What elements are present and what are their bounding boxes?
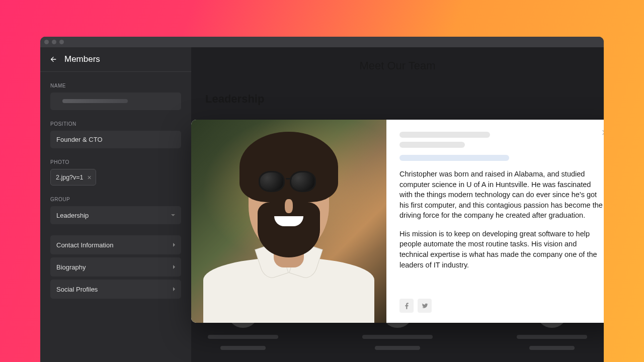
photo-label: PHOTO (50, 159, 181, 165)
name-field-group: NAME (50, 83, 181, 110)
position-field-group: POSITION (50, 121, 181, 148)
sidebar-title: Members (64, 54, 100, 64)
accordion-contact-information[interactable]: Contact Information (50, 235, 181, 254)
name-label: NAME (50, 83, 181, 88)
accordion-label: Biography (56, 263, 86, 271)
editor-sidebar: Members NAME POSITION PHOTO 2.jpg?v=1 (40, 47, 191, 362)
name-blurred-value (62, 99, 128, 103)
twitter-icon[interactable] (418, 299, 432, 313)
chevron-right-icon (173, 265, 175, 269)
close-icon[interactable]: × (599, 127, 604, 139)
facebook-icon[interactable] (399, 299, 414, 313)
member-photo (191, 120, 386, 323)
caret-down-icon (171, 214, 175, 216)
member-name-blurred (399, 132, 490, 138)
group-value: Leadership (56, 212, 89, 219)
photo-chip[interactable]: 2.jpg?v=1 × (50, 169, 96, 186)
chevron-right-icon (173, 243, 175, 247)
member-email-blurred (399, 155, 509, 161)
back-arrow-icon[interactable] (49, 55, 57, 63)
member-detail-modal: × Christopher was born and raised in Ala… (191, 120, 604, 323)
modal-body: × Christopher was born and raised in Ala… (386, 120, 604, 323)
window-dot (52, 40, 56, 44)
accordion-social-profiles[interactable]: Social Profiles (50, 280, 181, 299)
photo-field-group: PHOTO 2.jpg?v=1 × (50, 159, 181, 186)
group-label: GROUP (50, 197, 181, 202)
group-select[interactable]: Leadership (50, 206, 181, 224)
remove-photo-icon[interactable]: × (88, 174, 92, 181)
portrait-illustration (191, 120, 386, 323)
window-dot (59, 40, 64, 44)
accordion-label: Social Profiles (56, 286, 98, 293)
workspace: Members NAME POSITION PHOTO 2.jpg?v=1 (40, 47, 604, 362)
sidebar-header: Members (40, 47, 191, 72)
window-dot (44, 40, 49, 44)
accordion-label: Contact Information (56, 241, 113, 249)
member-biography: Christopher was born and raised in Alaba… (399, 169, 604, 278)
social-links (399, 299, 604, 313)
accordion-biography[interactable]: Biography (50, 257, 181, 277)
bio-paragraph: Christopher was born and raised in Alaba… (399, 169, 604, 221)
bio-paragraph: His mission is to keep on developing gre… (399, 229, 604, 270)
app-window: Members NAME POSITION PHOTO 2.jpg?v=1 (40, 37, 604, 362)
name-input[interactable] (50, 93, 181, 110)
chevron-right-icon (173, 287, 175, 291)
window-titlebar (40, 37, 604, 47)
photo-filename: 2.jpg?v=1 (56, 174, 84, 181)
position-input[interactable] (50, 131, 181, 148)
sidebar-body: NAME POSITION PHOTO 2.jpg?v=1 × (40, 72, 191, 313)
position-label: POSITION (50, 121, 181, 127)
member-position-blurred (399, 142, 465, 148)
